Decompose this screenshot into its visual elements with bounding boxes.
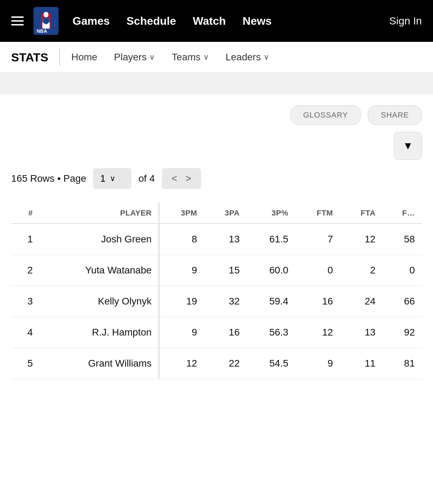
teams-chevron-icon: ∨: [203, 53, 209, 62]
3pct-4: 56.3: [246, 317, 295, 348]
rows-info: 165 Rows • Page: [11, 173, 86, 184]
stats-table: # PLAYER 3PM 3PA 3P% FTM FTA F… 1 Josh G…: [11, 203, 422, 379]
3pct-1: 61.5: [246, 224, 295, 255]
stats-players-link[interactable]: Players ∨: [114, 52, 155, 63]
table-row: 4 R.J. Hampton 9 16 56.3 12 13 92: [11, 317, 422, 348]
page-select-chevron-icon: ∨: [110, 174, 115, 183]
page-navigator[interactable]: < >: [162, 168, 201, 189]
prev-page-icon[interactable]: <: [172, 173, 177, 184]
rank-1: 1: [11, 224, 40, 255]
nav-divider: [59, 48, 60, 66]
glossary-button[interactable]: GLOSSARY: [290, 105, 361, 125]
rank-3: 3: [11, 286, 40, 317]
3pa-3: 32: [204, 286, 246, 317]
ft-extra-2: 0: [382, 255, 422, 286]
3pa-1: 13: [204, 224, 246, 255]
players-chevron-icon: ∨: [149, 53, 155, 62]
games-link[interactable]: Games: [73, 15, 110, 28]
player-kelly-olynyk[interactable]: Kelly Olynyk: [40, 286, 159, 317]
3pm-1: 8: [159, 224, 204, 255]
pagination-row: 165 Rows • Page 1 ∨ of 4 < >: [11, 168, 422, 189]
stats-teams-link[interactable]: Teams ∨: [172, 52, 208, 63]
ftm-1: 7: [295, 224, 340, 255]
filter-button[interactable]: ▼: [394, 132, 422, 160]
rank-5: 5: [11, 348, 40, 379]
player-josh-green[interactable]: Josh Green: [40, 224, 159, 255]
ftm-5: 9: [295, 348, 340, 379]
3pct-5: 54.5: [246, 348, 295, 379]
rank-4: 4: [11, 317, 40, 348]
3pm-3: 19: [159, 286, 204, 317]
rank-2: 2: [11, 255, 40, 286]
table-row: 3 Kelly Olynyk 19 32 59.4 16 24 66: [11, 286, 422, 317]
3pm-4: 9: [159, 317, 204, 348]
stats-nav-links: Home Players ∨ Teams ∨ Leaders ∨: [71, 52, 269, 63]
fta-4: 13: [340, 317, 382, 348]
main-content: GLOSSARY SHARE ▼ 165 Rows • Page 1 ∨ of …: [0, 94, 433, 379]
fta-5: 11: [340, 348, 382, 379]
share-button[interactable]: SHARE: [368, 105, 422, 125]
ft-extra-5: 81: [382, 348, 422, 379]
svg-text:NBA: NBA: [37, 28, 47, 34]
filter-icon: ▼: [403, 140, 413, 152]
nav-links: Games Schedule Watch News: [73, 15, 389, 28]
schedule-link[interactable]: Schedule: [127, 15, 176, 28]
stats-title: STATS: [11, 51, 48, 64]
th-3pm[interactable]: 3PM: [159, 203, 204, 224]
toolbar: GLOSSARY SHARE: [11, 105, 422, 125]
ftm-4: 12: [295, 317, 340, 348]
stats-leaders-link[interactable]: Leaders ∨: [226, 52, 269, 63]
table-row: 1 Josh Green 8 13 61.5 7 12 58: [11, 224, 422, 255]
fta-1: 12: [340, 224, 382, 255]
th-3pct[interactable]: 3P%: [246, 203, 295, 224]
player-yuta-watanabe[interactable]: Yuta Watanabe: [40, 255, 159, 286]
ft-extra-3: 66: [382, 286, 422, 317]
page-select[interactable]: 1 ∨: [93, 168, 131, 189]
player-rj-hampton[interactable]: R.J. Hampton: [40, 317, 159, 348]
top-navigation: NBA Games Schedule Watch News Sign In: [0, 0, 433, 42]
table-row: 5 Grant Williams 12 22 54.5 9 11 81: [11, 348, 422, 379]
hamburger-menu[interactable]: [11, 16, 24, 25]
stats-home-link[interactable]: Home: [71, 52, 97, 63]
news-link[interactable]: News: [243, 15, 272, 28]
fta-2: 2: [340, 255, 382, 286]
table-row: 2 Yuta Watanabe 9 15 60.0 0 2 0: [11, 255, 422, 286]
th-player: PLAYER: [40, 203, 159, 224]
watch-link[interactable]: Watch: [193, 15, 226, 28]
ft-extra-4: 92: [382, 317, 422, 348]
svg-point-3: [44, 12, 48, 17]
fta-3: 24: [340, 286, 382, 317]
leaders-chevron-icon: ∨: [264, 53, 269, 62]
gray-band: [0, 73, 433, 94]
3pa-5: 22: [204, 348, 246, 379]
sign-in-button[interactable]: Sign In: [389, 15, 422, 27]
th-ft-extra[interactable]: F…: [382, 203, 422, 224]
th-3pa[interactable]: 3PA: [204, 203, 246, 224]
th-ftm[interactable]: FTM: [295, 203, 340, 224]
ftm-3: 16: [295, 286, 340, 317]
3pm-2: 9: [159, 255, 204, 286]
th-rank: #: [11, 203, 40, 224]
3pm-5: 12: [159, 348, 204, 379]
stats-navigation: STATS Home Players ∨ Teams ∨ Leaders ∨: [0, 42, 433, 73]
nba-logo[interactable]: NBA: [33, 7, 59, 35]
table-body: 1 Josh Green 8 13 61.5 7 12 58 2 Yuta Wa…: [11, 224, 422, 379]
next-page-icon[interactable]: >: [185, 173, 191, 184]
3pct-2: 60.0: [246, 255, 295, 286]
table-header: # PLAYER 3PM 3PA 3P% FTM FTA F…: [11, 203, 422, 224]
3pa-4: 16: [204, 317, 246, 348]
3pa-2: 15: [204, 255, 246, 286]
3pct-3: 59.4: [246, 286, 295, 317]
ft-extra-1: 58: [382, 224, 422, 255]
player-grant-williams[interactable]: Grant Williams: [40, 348, 159, 379]
total-pages: of 4: [138, 173, 155, 184]
th-fta[interactable]: FTA: [340, 203, 382, 224]
ftm-2: 0: [295, 255, 340, 286]
